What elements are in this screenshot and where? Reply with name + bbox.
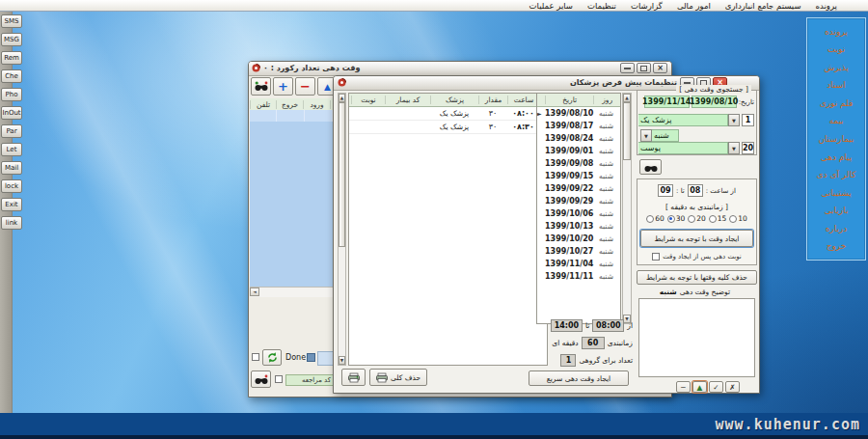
dock-button-link[interactable]: link bbox=[1, 216, 22, 230]
add-record-button[interactable]: + bbox=[273, 77, 293, 96]
date-row[interactable]: 1399/08/17شنبه bbox=[537, 120, 620, 132]
schedule-row[interactable]: ۰۸:۳۰ ۳۰ پزشک یک bbox=[349, 121, 547, 134]
dock-button-pho[interactable]: Pho bbox=[1, 88, 22, 101]
specialty-code-field[interactable]: 20 bbox=[742, 142, 754, 154]
menu-item-reports[interactable]: گزارشات bbox=[631, 1, 663, 11]
search-visit-button[interactable] bbox=[251, 370, 271, 388]
date-row[interactable]: 1399/09/15شنبه bbox=[537, 170, 620, 182]
date-to-field[interactable]: 1399/11/14 bbox=[644, 96, 690, 108]
date-row[interactable]: 1399/10/06شنبه bbox=[537, 207, 620, 220]
specialty-combo[interactable]: ▼ پوست bbox=[638, 142, 740, 154]
appointments-titlebar[interactable]: وقت دهی تعداد رکورد : ۰ × bbox=[249, 62, 671, 76]
done-checkbox[interactable] bbox=[252, 353, 259, 361]
schedule-scrollbar[interactable]: ▲ ▼ bbox=[338, 93, 346, 366]
date-row[interactable]: 1399/10/13شنبه bbox=[537, 220, 620, 233]
day-combo[interactable]: ▼ شنبه bbox=[640, 129, 679, 142]
after-create-checkbox[interactable] bbox=[652, 253, 660, 261]
radio-icon[interactable] bbox=[729, 215, 737, 223]
scroll-left-arrow[interactable]: ◄ bbox=[250, 288, 259, 296]
date-row[interactable]: 1399/10/20شنبه bbox=[537, 233, 620, 245]
date-row[interactable]: 1399/09/08شنبه bbox=[537, 157, 620, 170]
group-count-field[interactable]: 1 bbox=[560, 354, 576, 367]
schedule-row[interactable]: ► ۰۸:۰۰ ۳۰ پزشک یک bbox=[349, 107, 547, 121]
date-row[interactable]: 1399/09/29شنبه bbox=[537, 195, 620, 207]
sidebar-item-callerid[interactable]: کالر آی دی bbox=[816, 170, 855, 179]
radio-icon[interactable] bbox=[688, 215, 695, 223]
menu-item-finance[interactable]: امور مالی bbox=[677, 1, 711, 11]
print-button[interactable] bbox=[341, 369, 366, 386]
doctor-combo[interactable]: ▼ پزشک یک bbox=[638, 114, 740, 126]
scroll-thumb[interactable] bbox=[623, 102, 631, 160]
dates-grid[interactable]: تاریخ روز ► 1399/08/10 شنبه 1399/08/17شن… bbox=[536, 93, 621, 324]
sidebar-item-bazyabi[interactable]: بازیابی bbox=[825, 206, 849, 215]
sidebar-item-paziresh[interactable]: پذیرش bbox=[824, 63, 849, 72]
delete-all-times-button[interactable]: حذف کلیه وقتها با توجه به شرایط bbox=[637, 270, 757, 285]
hour-from-field[interactable]: 08 bbox=[688, 184, 703, 197]
sidebar-item-bimarestan[interactable]: بیمارستان bbox=[818, 134, 854, 144]
date-row[interactable]: 1399/09/22شنبه bbox=[537, 182, 620, 195]
sidebar-item-nobat[interactable]: نوبت bbox=[827, 44, 846, 54]
quick-minutes-field[interactable]: 60 bbox=[582, 337, 605, 349]
dock-button-par[interactable]: Par bbox=[1, 124, 22, 138]
radio-30[interactable]: 30 bbox=[667, 214, 686, 223]
nav-delete-button[interactable]: − bbox=[676, 381, 691, 393]
dock-button-let[interactable]: Let bbox=[1, 143, 22, 156]
quick-to-time-field[interactable]: 14:00 bbox=[551, 319, 583, 332]
sidebar-item-asnad[interactable]: اسناد bbox=[827, 80, 846, 90]
scroll-up-arrow[interactable]: ▲ bbox=[623, 94, 631, 102]
scroll-up-arrow[interactable]: ▲ bbox=[339, 94, 345, 102]
date-from-field[interactable]: 1399/08/10 bbox=[692, 96, 737, 108]
menu-item-settings[interactable]: تنظیمات bbox=[587, 1, 616, 11]
delete-record-button[interactable]: − bbox=[295, 77, 315, 96]
radio-icon[interactable] bbox=[646, 215, 654, 223]
nav-cancel-button[interactable]: ✗ bbox=[725, 381, 740, 393]
hour-to-field[interactable]: 09 bbox=[658, 184, 673, 197]
dock-button-mail[interactable]: Mail bbox=[1, 161, 22, 175]
sidebar-item-khorooj[interactable]: خروج bbox=[827, 241, 847, 251]
scroll-down-arrow[interactable]: ▼ bbox=[339, 356, 345, 365]
date-row[interactable]: 1399/09/01شنبه bbox=[537, 145, 620, 157]
dock-button-lock[interactable]: lock bbox=[1, 179, 22, 193]
sidebar-item-bimeh[interactable]: بیمه bbox=[828, 116, 843, 125]
refresh-button[interactable] bbox=[262, 349, 282, 366]
schedule-grid[interactable]: ساعت مقدار پزشک کد بیمار نوبت ► ۰۸:۰۰ ۳۰… bbox=[348, 93, 548, 366]
sidebar-item-payamdehi[interactable]: پیام دهی bbox=[821, 152, 853, 162]
dock-button-rem[interactable]: Rem bbox=[1, 51, 22, 65]
date-row[interactable]: ► 1399/08/10 شنبه bbox=[537, 107, 620, 120]
dock-button-msg[interactable]: MSG bbox=[1, 33, 22, 46]
minimize-button[interactable] bbox=[620, 63, 635, 73]
create-with-conditions-button[interactable]: ایجاد وقت با توجه به شرایط bbox=[640, 230, 753, 247]
radio-15[interactable]: 15 bbox=[709, 214, 727, 223]
radio-60[interactable]: 60 bbox=[646, 214, 665, 223]
date-row[interactable]: 1399/08/24شنبه bbox=[537, 132, 620, 145]
date-row[interactable]: 1399/10/27شنبه bbox=[537, 245, 620, 258]
menu-item-other-ops[interactable]: سایر عملیات bbox=[529, 1, 573, 11]
find-patient-button[interactable] bbox=[251, 77, 271, 96]
dock-button-che[interactable]: Che bbox=[1, 69, 22, 83]
nav-edit-button[interactable]: ▲ bbox=[692, 381, 707, 393]
maximize-button[interactable] bbox=[637, 63, 651, 73]
dock-button-inout[interactable]: InOut bbox=[1, 106, 22, 120]
visit-filter-checkbox[interactable] bbox=[275, 375, 283, 383]
menu-item-inventory-system[interactable]: سیستم جامع انبارداری bbox=[725, 1, 801, 11]
sidebar-item-parvandeh[interactable]: پرونده bbox=[825, 27, 848, 37]
quick-create-button[interactable]: ایجاد وقت دهی سریع bbox=[529, 370, 629, 386]
chevron-down-icon[interactable]: ▼ bbox=[640, 129, 652, 142]
sidebar-item-lightpen[interactable]: قلم نوری bbox=[820, 98, 854, 108]
quick-from-time-field[interactable]: 08:00 bbox=[592, 319, 624, 332]
chevron-down-icon[interactable]: ▼ bbox=[728, 114, 740, 126]
sidebar-item-darbareh[interactable]: درباره bbox=[826, 224, 848, 233]
menu-item-parvandeh[interactable]: پرونده bbox=[816, 1, 837, 11]
doctor-code-field[interactable]: 1 bbox=[742, 114, 754, 126]
radio-10[interactable]: 10 bbox=[729, 214, 747, 223]
date-row[interactable]: 1399/11/11شنبه bbox=[537, 270, 620, 283]
note-textarea[interactable] bbox=[638, 298, 755, 377]
date-row[interactable]: 1399/11/04شنبه bbox=[537, 258, 620, 270]
radio-20[interactable]: 20 bbox=[688, 214, 706, 223]
radio-icon[interactable] bbox=[709, 215, 717, 223]
dates-scrollbar[interactable]: ▲ ▼ bbox=[622, 93, 632, 324]
sidebar-item-poshtibani[interactable]: پشتیبانی bbox=[821, 188, 851, 198]
search-button[interactable] bbox=[639, 159, 662, 175]
radio-icon[interactable] bbox=[667, 215, 675, 223]
chevron-down-icon[interactable]: ▼ bbox=[728, 142, 740, 154]
